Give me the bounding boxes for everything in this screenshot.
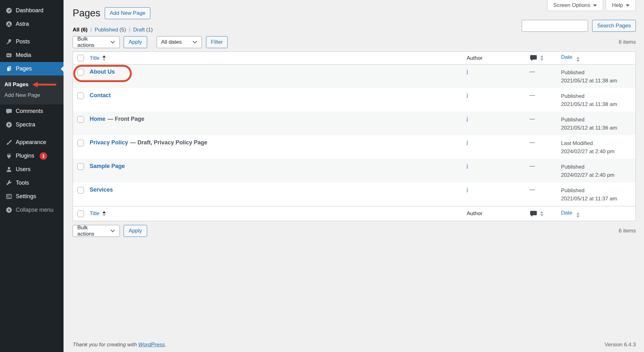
page: Dashboard Astra Posts Media Pages [0,0,644,352]
filter-published[interactable]: Published (5) [95,27,126,33]
sidebar-item-all-pages[interactable]: All Pages [4,79,64,90]
select-all-checkbox[interactable] [77,210,84,217]
search-input[interactable] [522,20,588,32]
items-count: 6 items [619,39,636,45]
sidebar-item-appearance[interactable]: Appearance [0,136,64,149]
media-icon [6,52,12,59]
row-checkbox[interactable] [77,92,84,99]
apply-button[interactable]: Apply [124,36,147,48]
page-title-link[interactable]: About Us [90,69,115,75]
search-box: Search Pages [522,20,636,32]
sidebar-item-settings[interactable]: Settings [0,190,64,203]
sidebar-item-users[interactable]: Users [0,163,64,176]
chevron-down-icon [110,41,115,44]
help-button[interactable]: Help [606,0,636,11]
sidebar-item-plugins[interactable]: Plugins 1 [0,149,64,163]
sidebar-item-collapse-menu[interactable]: Collapse menu [0,203,64,217]
filter-draft-link[interactable]: Draft [133,27,145,33]
page-title-link[interactable]: Home [90,116,105,122]
date-column-link[interactable]: Date [561,210,572,216]
sort-arrows-icon [576,57,580,62]
main-content: Screen Options Help Search Pages Pages A… [64,0,644,352]
column-date[interactable]: Date [561,54,636,62]
sidebar-item-label: Collapse menu [16,207,53,213]
sidebar-item-add-new-page[interactable]: Add New Page [4,90,64,101]
author-link[interactable]: j [467,116,468,122]
sidebar-item-label: Media [16,52,31,59]
filter-button[interactable]: Filter [206,36,228,48]
users-icon [6,166,12,173]
date-filter-select[interactable]: All dates [157,36,202,48]
comments-value: — [530,116,535,122]
sort-arrows-icon [540,55,543,61]
sidebar-item-media[interactable]: Media [0,48,64,62]
tablenav-top: Bulk actions Apply All dates Filter 6 it… [73,36,636,48]
spectra-icon [6,121,12,128]
bulk-actions-select[interactable]: Bulk actions [73,225,120,237]
row-checkbox[interactable] [77,187,84,193]
date-column-link[interactable]: Date [561,54,572,60]
sidebar-item-spectra[interactable]: Spectra [0,118,64,131]
sidebar-item-posts[interactable]: Posts [0,35,64,48]
row-checkbox[interactable] [77,140,84,146]
column-title[interactable]: Title [90,55,467,61]
author-link[interactable]: j [467,92,468,98]
date-cell: Published2021/05/12 at 11:36 am [561,112,636,132]
title-column-link[interactable]: Title [90,210,100,217]
comments-icon [6,108,12,115]
row-checkbox[interactable] [77,69,84,75]
page-title-link[interactable]: Contact [90,92,111,99]
screen-options-button[interactable]: Screen Options [547,0,603,11]
pages-table: Title Author Date About Us j — [73,52,636,221]
filter-draft[interactable]: Draft (1) [133,27,153,33]
comments-column-icon [530,54,537,62]
search-pages-button[interactable]: Search Pages [592,20,636,32]
date-filter-value: All dates [161,39,182,45]
sidebar-item-label: Posts [16,38,30,45]
add-new-page-button[interactable]: Add New Page [105,7,150,19]
page-title-link[interactable]: Privacy Policy [90,139,128,146]
bulk-actions-select[interactable]: Bulk actions [73,36,120,48]
column-title[interactable]: Title [90,210,467,217]
collapse-icon [6,207,12,213]
sort-arrows-icon [103,55,106,61]
comments-value: — [530,187,535,193]
items-count: 6 items [619,228,636,234]
page-title-link[interactable]: Sample Page [90,163,125,170]
sidebar-item-astra[interactable]: Astra [0,17,64,31]
sidebar-item-label: Tools [16,180,29,186]
table-row: Sample Page j — Published2024/02/27 at 2… [73,159,636,182]
chevron-down-icon [593,4,597,7]
footer-version: Version 6.4.3 [605,342,636,348]
sidebar-item-label: Dashboard [16,7,43,14]
wordpress-link[interactable]: WordPress [138,342,165,348]
sidebar-item-pages[interactable]: Pages [0,62,64,75]
column-comments[interactable] [530,210,561,218]
comments-value: — [530,163,535,169]
column-comments[interactable] [530,54,561,62]
table-row: Contact j — Published2021/05/12 at 11:38… [73,88,636,112]
sidebar-item-tools[interactable]: Tools [0,176,64,190]
filter-all-count: (6) [81,27,87,33]
filter-draft-count: (1) [146,27,153,33]
row-checkbox[interactable] [77,163,84,170]
bulk-actions-value: Bulk actions [77,36,106,48]
author-link[interactable]: j [467,163,468,169]
page-title-link[interactable]: Services [90,187,113,193]
sidebar-separator [0,31,64,35]
filter-all[interactable]: All (6) [73,27,87,33]
author-link[interactable]: j [467,139,468,145]
help-label: Help [612,2,623,8]
author-link[interactable]: j [467,187,468,193]
author-link[interactable]: j [467,69,468,75]
apply-button[interactable]: Apply [124,225,147,237]
table-row: About Us j — Published2021/05/12 at 11:3… [73,64,636,88]
sidebar-item-dashboard[interactable]: Dashboard [0,4,64,17]
filter-all-link[interactable]: All [73,27,80,33]
row-checkbox[interactable] [77,116,84,123]
filter-published-link[interactable]: Published [95,27,118,33]
title-column-link[interactable]: Title [90,55,100,61]
select-all-checkbox[interactable] [77,55,84,61]
column-date[interactable]: Date [561,210,636,218]
sidebar-item-comments[interactable]: Comments [0,104,64,118]
